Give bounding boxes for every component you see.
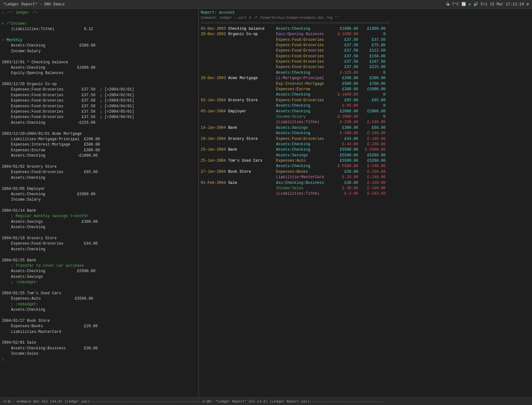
tx-date: 27-Jan-2004: [201, 170, 226, 174]
tx-account: Equi:Opening Balances: [276, 32, 324, 36]
tx-account: Assets:Checking: [276, 27, 310, 31]
tx-amount: £65.00: [335, 98, 358, 103]
tx-total: £200.00: [363, 76, 385, 80]
tx-total: 0: [363, 92, 385, 97]
report-row: Assets:Savings £5500.00 £5260.00: [201, 153, 530, 158]
tx-account: Ass:Checking:Business: [276, 181, 324, 185]
left-line: ; :nobudget:: [2, 280, 197, 285]
tx-desc: Sale: [228, 181, 237, 185]
tx-amount: £1000.00: [335, 27, 358, 31]
weather-icon: 🌤 7°C: [446, 2, 459, 7]
left-line: (Liabilities:Tithe) 0.12: [2, 27, 197, 32]
left-line: Assets:Checking: [2, 307, 197, 313]
tx-date: 20-Dec-2003: [201, 32, 226, 36]
tx-total: £-5500.00: [363, 147, 385, 152]
tx-total: £65.00: [363, 98, 385, 103]
left-pane[interactable]: ; -*- ledger -*- = /*Income/ (Liabilitie…: [0, 9, 199, 397]
tx-amount: £-1000.00: [335, 92, 358, 97]
left-line: ~ Monthly: [2, 38, 197, 43]
audio-icon: 🔊: [473, 2, 478, 7]
left-line: Expenses:Interest:Mortgage £500.00: [2, 142, 197, 147]
tx-amount: £300.00: [335, 126, 358, 130]
tx-total: £2000.00: [363, 109, 385, 114]
tx-total: £60.00: [363, 126, 385, 130]
report-row: Expens:Food:Groceries £37.50 £187.50: [201, 59, 530, 65]
left-line: [2, 313, 197, 318]
left-line: 2003/12/20 Organic Co-op: [2, 82, 197, 87]
report-row: (Liabilities:Tithe) £-240.00 £-240.00: [201, 120, 530, 125]
tx-desc: Checking balance: [228, 27, 264, 31]
tx-total: £-210.00: [363, 181, 385, 185]
left-line: 2004/02/01 Sale: [2, 340, 197, 346]
tx-amount: £500.00: [335, 82, 358, 86]
left-line: Liabilities:MasterCard: [2, 329, 197, 335]
tx-amount: £5500.00: [335, 159, 358, 163]
tx-amount: £-30.00: [335, 186, 358, 190]
tx-total: £5260.00: [363, 159, 385, 163]
tx-date: 05-Jan-2004: [201, 109, 226, 114]
tx-account: Assets:Checking: [276, 92, 310, 97]
tx-amount: £37.50: [335, 65, 358, 69]
tx-total: £150.00: [363, 54, 385, 59]
titlebar: *Ledger Report* - GNU Emacs 🌤 7°C 🔄 ✉ 🔊 …: [0, 0, 532, 9]
left-line: Expenses:Food:Groceries £37.50 ; [=2004/…: [2, 115, 197, 120]
left-line: 2003/12/01 * Checking balance: [2, 60, 197, 65]
report-row: Income:Salary £-2000.00 0: [201, 114, 530, 120]
titlebar-right: 🌤 7°C 🔄 ✉ 🔊 Fri 15 Mar 17:11:19 ⚙: [446, 2, 529, 7]
left-line: Expenses:Books £20.00: [2, 324, 197, 329]
tx-account: Assets:Savings: [276, 153, 308, 158]
left-line: [2, 126, 197, 131]
report-row: Expenses:Escrow £300.00 £1000.00: [201, 87, 530, 92]
left-line: ; Transfer to cover car purchase: [2, 263, 197, 269]
tx-total: £75.00: [363, 43, 385, 47]
tx-amount: £5500.00: [335, 147, 358, 152]
left-line: Assets:Checking £1000.00: [2, 65, 197, 71]
left-line: Assets:Checking:Business £30.00: [2, 346, 197, 351]
tx-total: 0: [363, 32, 385, 36]
tx-total: £112.50: [363, 48, 385, 53]
tx-total: £1000.00: [363, 27, 385, 31]
report-row: Assets:Checking £-44.00 £-240.00: [201, 142, 530, 147]
tx-date: 02-Jan-2004: [201, 98, 226, 103]
statusbar: -U:@-- example.dat All (64,0) (Ledger ya…: [0, 397, 532, 405]
tx-desc: Organic Co-op: [228, 32, 258, 36]
tx-account: Liabilitie:MasterCard: [276, 175, 324, 179]
tx-total: £-220.00: [363, 170, 385, 174]
tx-date: 19-Jan-2004: [201, 137, 226, 141]
tx-account: Assets:Checking: [276, 147, 310, 152]
left-line: 2004/01/02 Grocery Store: [2, 164, 197, 170]
tx-total: £700.00: [363, 82, 385, 86]
left-line: [2, 16, 197, 21]
right-pane[interactable]: Report: accountCommand: ledger --sort d …: [199, 9, 532, 397]
report-row: 14-Jan-2004 Bank Assets:Savings £300.00 …: [201, 125, 530, 131]
left-line: = /*Income/: [2, 21, 197, 27]
left-line: Expenses:Escrow £300.00: [2, 148, 197, 153]
clock: Fri 15 Mar 17:11:19: [481, 2, 524, 7]
tx-total: £187.50: [363, 59, 385, 64]
report-row: Expens:Food:Groceries £37.50 £150.00: [201, 54, 530, 59]
tx-account: Expens:Food:Groceries: [276, 137, 324, 141]
left-line: 2004/01/19 Grocery Store: [2, 236, 197, 241]
left-line: ☐: [2, 357, 197, 362]
tx-account: Expens:Food:Groceries: [276, 98, 324, 103]
tx-amount: £37.50: [335, 59, 358, 64]
tx-desc: Acme Mortgage: [228, 76, 258, 80]
tx-account: Expenses:Auto: [276, 159, 306, 163]
left-line: [2, 230, 197, 236]
report-row: Assets:Checking £-300.00 £-240.00: [201, 131, 530, 136]
tx-account: Exp:Interest:Mortgage: [276, 82, 324, 86]
tx-account: Assets:Checking: [276, 164, 310, 168]
left-line: Income:Salary: [2, 49, 197, 54]
tx-account: Assets:Checking: [276, 103, 310, 108]
tx-account: Assets:Savings: [276, 126, 308, 130]
tx-desc: Tom's Used Cars: [228, 159, 262, 163]
left-line: Expenses:Auto £5500.00: [2, 296, 197, 302]
tx-account: Expens:Food:Groceries: [276, 59, 324, 64]
left-line: ; :nobudget:: [2, 302, 197, 307]
left-line: Expenses:Food:Groceries £37.50 ; [=2004/…: [2, 104, 197, 109]
report-row: Assets:Checking £-65.00 0: [201, 103, 530, 109]
tx-amount: £20.00: [335, 170, 358, 174]
tx-date: 01-Feb-2004: [201, 181, 226, 185]
left-line: Assets:Checking -£1000.00: [2, 153, 197, 159]
left-line: Expenses:Food:Groceries £37.50 ; [=2004/…: [2, 87, 197, 92]
